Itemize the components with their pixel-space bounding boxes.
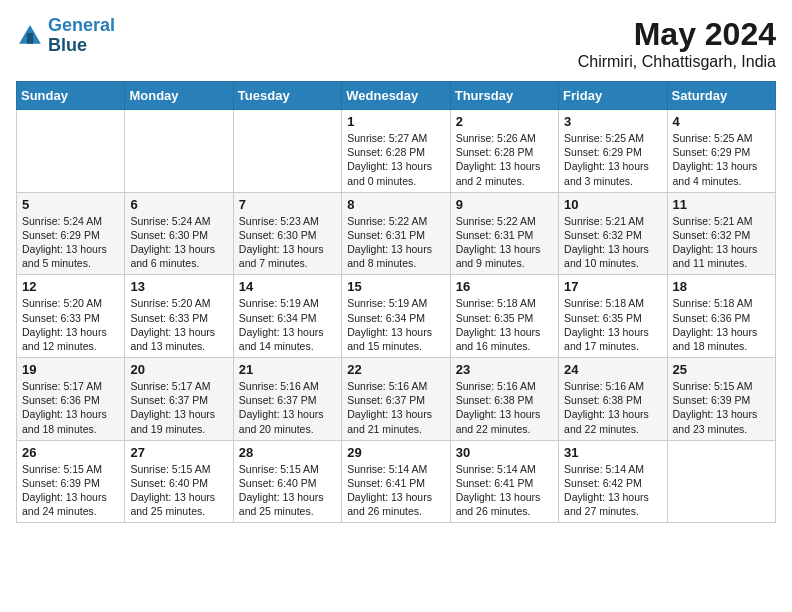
calendar-cell [17, 110, 125, 193]
day-info: Sunrise: 5:23 AMSunset: 6:30 PMDaylight:… [239, 214, 336, 271]
day-info: Sunrise: 5:14 AMSunset: 6:42 PMDaylight:… [564, 462, 661, 519]
day-info: Sunrise: 5:22 AMSunset: 6:31 PMDaylight:… [456, 214, 553, 271]
day-info: Sunrise: 5:19 AMSunset: 6:34 PMDaylight:… [347, 296, 444, 353]
calendar-cell: 31Sunrise: 5:14 AMSunset: 6:42 PMDayligh… [559, 440, 667, 523]
calendar-week-1: 1Sunrise: 5:27 AMSunset: 6:28 PMDaylight… [17, 110, 776, 193]
day-info: Sunrise: 5:21 AMSunset: 6:32 PMDaylight:… [673, 214, 770, 271]
day-number: 9 [456, 197, 553, 212]
day-info: Sunrise: 5:20 AMSunset: 6:33 PMDaylight:… [22, 296, 119, 353]
location-title: Chirmiri, Chhattisgarh, India [578, 53, 776, 71]
day-info: Sunrise: 5:18 AMSunset: 6:35 PMDaylight:… [564, 296, 661, 353]
day-info: Sunrise: 5:17 AMSunset: 6:37 PMDaylight:… [130, 379, 227, 436]
day-info: Sunrise: 5:14 AMSunset: 6:41 PMDaylight:… [347, 462, 444, 519]
weekday-header-friday: Friday [559, 82, 667, 110]
weekday-header-tuesday: Tuesday [233, 82, 341, 110]
title-block: May 2024 Chirmiri, Chhattisgarh, India [578, 16, 776, 71]
calendar-cell: 23Sunrise: 5:16 AMSunset: 6:38 PMDayligh… [450, 358, 558, 441]
day-number: 25 [673, 362, 770, 377]
month-title: May 2024 [578, 16, 776, 53]
calendar-cell: 30Sunrise: 5:14 AMSunset: 6:41 PMDayligh… [450, 440, 558, 523]
calendar-cell: 29Sunrise: 5:14 AMSunset: 6:41 PMDayligh… [342, 440, 450, 523]
day-number: 3 [564, 114, 661, 129]
day-number: 2 [456, 114, 553, 129]
day-info: Sunrise: 5:14 AMSunset: 6:41 PMDaylight:… [456, 462, 553, 519]
logo-icon [16, 22, 44, 50]
calendar-cell: 2Sunrise: 5:26 AMSunset: 6:28 PMDaylight… [450, 110, 558, 193]
calendar-week-3: 12Sunrise: 5:20 AMSunset: 6:33 PMDayligh… [17, 275, 776, 358]
calendar-cell: 15Sunrise: 5:19 AMSunset: 6:34 PMDayligh… [342, 275, 450, 358]
calendar-cell: 26Sunrise: 5:15 AMSunset: 6:39 PMDayligh… [17, 440, 125, 523]
day-info: Sunrise: 5:27 AMSunset: 6:28 PMDaylight:… [347, 131, 444, 188]
day-number: 17 [564, 279, 661, 294]
day-info: Sunrise: 5:21 AMSunset: 6:32 PMDaylight:… [564, 214, 661, 271]
day-number: 23 [456, 362, 553, 377]
day-number: 30 [456, 445, 553, 460]
weekday-header-monday: Monday [125, 82, 233, 110]
calendar-cell: 7Sunrise: 5:23 AMSunset: 6:30 PMDaylight… [233, 192, 341, 275]
calendar-cell: 27Sunrise: 5:15 AMSunset: 6:40 PMDayligh… [125, 440, 233, 523]
calendar-cell: 5Sunrise: 5:24 AMSunset: 6:29 PMDaylight… [17, 192, 125, 275]
calendar-cell: 11Sunrise: 5:21 AMSunset: 6:32 PMDayligh… [667, 192, 775, 275]
day-info: Sunrise: 5:24 AMSunset: 6:30 PMDaylight:… [130, 214, 227, 271]
day-info: Sunrise: 5:15 AMSunset: 6:39 PMDaylight:… [22, 462, 119, 519]
day-number: 6 [130, 197, 227, 212]
page-header: General Blue May 2024 Chirmiri, Chhattis… [16, 16, 776, 71]
calendar-cell: 25Sunrise: 5:15 AMSunset: 6:39 PMDayligh… [667, 358, 775, 441]
day-info: Sunrise: 5:24 AMSunset: 6:29 PMDaylight:… [22, 214, 119, 271]
day-number: 27 [130, 445, 227, 460]
logo: General Blue [16, 16, 115, 56]
weekday-header-saturday: Saturday [667, 82, 775, 110]
calendar-cell: 1Sunrise: 5:27 AMSunset: 6:28 PMDaylight… [342, 110, 450, 193]
day-number: 16 [456, 279, 553, 294]
day-number: 8 [347, 197, 444, 212]
calendar-cell: 14Sunrise: 5:19 AMSunset: 6:34 PMDayligh… [233, 275, 341, 358]
calendar-cell: 21Sunrise: 5:16 AMSunset: 6:37 PMDayligh… [233, 358, 341, 441]
svg-rect-1 [27, 33, 33, 44]
calendar-cell: 18Sunrise: 5:18 AMSunset: 6:36 PMDayligh… [667, 275, 775, 358]
calendar-cell [125, 110, 233, 193]
calendar-table: SundayMondayTuesdayWednesdayThursdayFrid… [16, 81, 776, 523]
calendar-cell: 12Sunrise: 5:20 AMSunset: 6:33 PMDayligh… [17, 275, 125, 358]
day-number: 24 [564, 362, 661, 377]
day-number: 14 [239, 279, 336, 294]
calendar-week-2: 5Sunrise: 5:24 AMSunset: 6:29 PMDaylight… [17, 192, 776, 275]
day-info: Sunrise: 5:22 AMSunset: 6:31 PMDaylight:… [347, 214, 444, 271]
day-info: Sunrise: 5:15 AMSunset: 6:39 PMDaylight:… [673, 379, 770, 436]
calendar-cell: 3Sunrise: 5:25 AMSunset: 6:29 PMDaylight… [559, 110, 667, 193]
calendar-cell: 24Sunrise: 5:16 AMSunset: 6:38 PMDayligh… [559, 358, 667, 441]
day-number: 28 [239, 445, 336, 460]
day-info: Sunrise: 5:15 AMSunset: 6:40 PMDaylight:… [239, 462, 336, 519]
day-info: Sunrise: 5:19 AMSunset: 6:34 PMDaylight:… [239, 296, 336, 353]
calendar-cell: 19Sunrise: 5:17 AMSunset: 6:36 PMDayligh… [17, 358, 125, 441]
day-number: 19 [22, 362, 119, 377]
logo-text: General Blue [48, 16, 115, 56]
calendar-cell: 20Sunrise: 5:17 AMSunset: 6:37 PMDayligh… [125, 358, 233, 441]
calendar-cell: 13Sunrise: 5:20 AMSunset: 6:33 PMDayligh… [125, 275, 233, 358]
calendar-cell [667, 440, 775, 523]
calendar-cell: 6Sunrise: 5:24 AMSunset: 6:30 PMDaylight… [125, 192, 233, 275]
day-number: 15 [347, 279, 444, 294]
weekday-header-thursday: Thursday [450, 82, 558, 110]
calendar-cell: 8Sunrise: 5:22 AMSunset: 6:31 PMDaylight… [342, 192, 450, 275]
day-info: Sunrise: 5:15 AMSunset: 6:40 PMDaylight:… [130, 462, 227, 519]
calendar-week-5: 26Sunrise: 5:15 AMSunset: 6:39 PMDayligh… [17, 440, 776, 523]
day-number: 26 [22, 445, 119, 460]
calendar-cell: 9Sunrise: 5:22 AMSunset: 6:31 PMDaylight… [450, 192, 558, 275]
day-info: Sunrise: 5:16 AMSunset: 6:38 PMDaylight:… [456, 379, 553, 436]
day-number: 4 [673, 114, 770, 129]
day-number: 21 [239, 362, 336, 377]
calendar-week-4: 19Sunrise: 5:17 AMSunset: 6:36 PMDayligh… [17, 358, 776, 441]
day-info: Sunrise: 5:25 AMSunset: 6:29 PMDaylight:… [673, 131, 770, 188]
day-info: Sunrise: 5:18 AMSunset: 6:36 PMDaylight:… [673, 296, 770, 353]
day-info: Sunrise: 5:18 AMSunset: 6:35 PMDaylight:… [456, 296, 553, 353]
day-info: Sunrise: 5:20 AMSunset: 6:33 PMDaylight:… [130, 296, 227, 353]
day-number: 7 [239, 197, 336, 212]
day-info: Sunrise: 5:16 AMSunset: 6:37 PMDaylight:… [347, 379, 444, 436]
day-info: Sunrise: 5:26 AMSunset: 6:28 PMDaylight:… [456, 131, 553, 188]
day-number: 11 [673, 197, 770, 212]
day-number: 18 [673, 279, 770, 294]
day-number: 12 [22, 279, 119, 294]
day-number: 22 [347, 362, 444, 377]
calendar-cell: 10Sunrise: 5:21 AMSunset: 6:32 PMDayligh… [559, 192, 667, 275]
day-number: 1 [347, 114, 444, 129]
